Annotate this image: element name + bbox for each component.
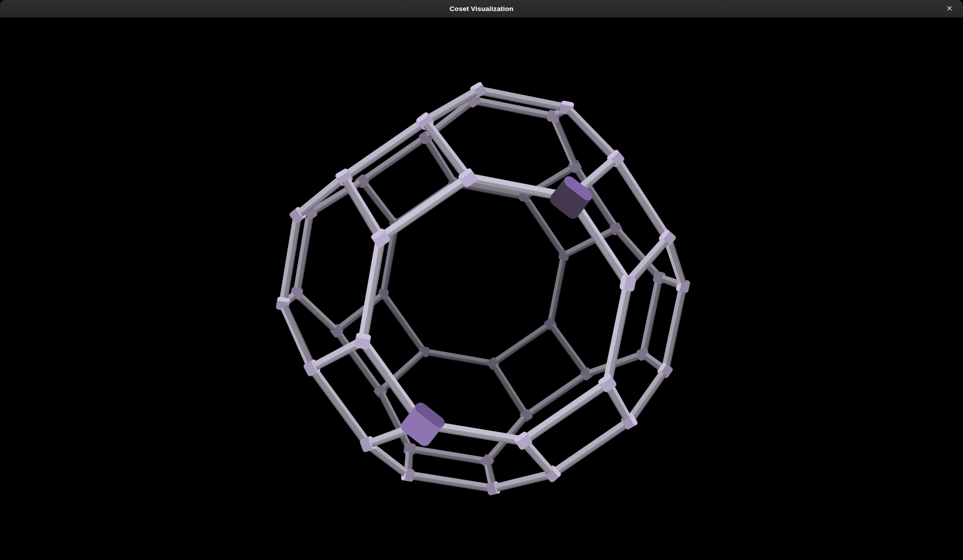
edge-tube-shade [287,305,314,364]
viewport-3d[interactable] [0,0,963,560]
edge-tube-shade [614,163,663,238]
edge-tube-highlight [493,322,549,362]
edge-tube-highlight [553,420,627,473]
edge-tube [492,364,528,416]
edge-tube-shade [310,372,364,444]
edge-tube-shade [366,141,425,182]
edge-tube-shade [492,367,523,416]
edge-tube-highlight [315,368,369,441]
edge-tube-highlight [495,364,528,413]
coset-wireframe-canvas[interactable] [0,0,963,560]
edge-tube-highlight [627,370,664,419]
edge-tube-shade [497,327,551,365]
edge-tube-highlight [386,294,425,349]
edge-tube [614,159,670,238]
edge-tube-shade [382,298,421,351]
edge-tube-shade [349,126,425,179]
edge-tube [296,293,337,331]
edge-tube-highlight [299,293,337,328]
edge-tube-shade [634,375,667,421]
edge-tube-highlight [553,324,588,371]
edge-tube-shade [557,426,629,475]
edge-tube-shade [386,183,467,240]
edge-tube-shade [566,112,611,159]
edge-tube-highlight [371,443,408,472]
close-icon: ✕ [946,4,953,13]
edge-tube-shade [296,297,333,331]
edge-tube-highlight [280,307,309,366]
edge-tube [549,324,588,374]
edge-tube-shade [528,388,607,443]
edge-tube-shade [524,200,561,255]
app-window: Coset Visualization ✕ [0,0,963,560]
titlebar: Coset Visualization ✕ [0,0,963,18]
edge-tube-shade [530,378,587,417]
edge-tube-highlight [570,107,616,155]
edge-tube-highlight [381,176,465,237]
edge-tube [310,368,370,444]
edge-tube [566,107,617,159]
edge-tube-highlight [551,119,573,165]
vertex-joint[interactable] [619,275,637,292]
edge-tube [382,294,425,351]
edge-tube-highlight [619,159,670,234]
close-button[interactable]: ✕ [941,0,958,17]
vertex-joint[interactable] [354,332,371,349]
window-title: Coset Visualization [449,5,513,13]
edge-tube-shade [549,327,583,374]
